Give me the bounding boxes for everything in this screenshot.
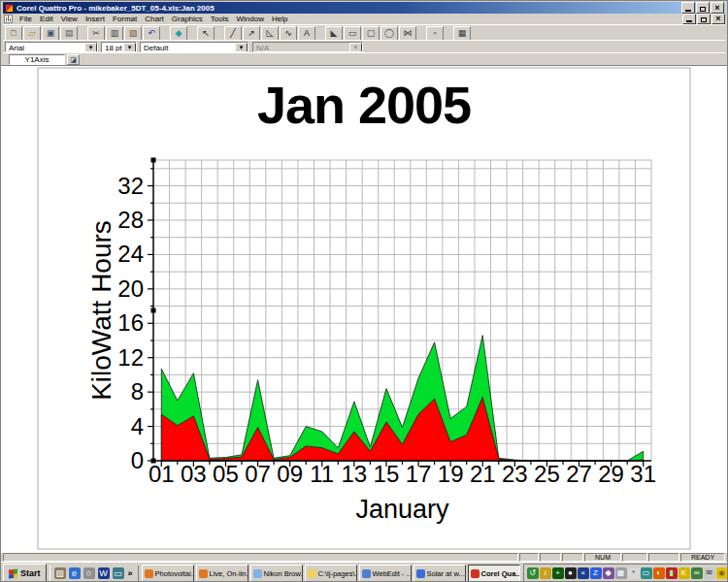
- toolbar-glyph: ⋈: [404, 29, 413, 38]
- line-icon[interactable]: ╱: [224, 26, 242, 41]
- tray-network-icon[interactable]: ×: [578, 567, 589, 579]
- taskbar-task-button[interactable]: Live, On-lin...: [196, 565, 248, 582]
- taskbar: Start ▨e○W▭ » Photovoltai... Live, On-li…: [1, 562, 727, 582]
- menu-item[interactable]: Help: [268, 15, 291, 23]
- show-desktop-icon[interactable]: ▭: [113, 567, 124, 579]
- object-navigate-button[interactable]: ◪: [67, 54, 80, 65]
- status-cell: [3, 553, 518, 562]
- word-icon[interactable]: W: [98, 567, 110, 579]
- tray-monitor-icon[interactable]: ▭: [641, 567, 652, 579]
- restore-button[interactable]: [696, 2, 710, 14]
- quick-launch-overflow-chevron[interactable]: »: [127, 568, 134, 578]
- taskbar-task-button[interactable]: Corel Qua...: [468, 565, 520, 582]
- axis-selection-handle[interactable]: [151, 459, 156, 464]
- tray-antivirus-icon[interactable]: +: [552, 567, 564, 579]
- media-viewer-icon[interactable]: ▨: [54, 567, 66, 579]
- taskbar-task-button[interactable]: Photovoltai...: [142, 565, 194, 582]
- new-icon[interactable]: □: [5, 26, 22, 41]
- tray-key-icon[interactable]: K: [678, 567, 690, 579]
- restore-icon: [700, 7, 706, 12]
- tray-meter-icon[interactable]: ▮: [666, 567, 678, 579]
- font-size-combo[interactable]: 18 pt ▼: [101, 42, 137, 52]
- selected-object-field[interactable]: Y1Axis: [9, 54, 65, 65]
- task-label: Photovoltai...: [155, 569, 194, 578]
- polygon-icon[interactable]: ◣: [325, 26, 343, 41]
- x-tick-label: 29: [598, 461, 624, 487]
- menu-item[interactable]: Format: [109, 15, 141, 23]
- print-icon[interactable]: ▤: [60, 26, 78, 41]
- insert-object-icon[interactable]: ▫: [426, 26, 444, 41]
- paste-icon[interactable]: ▧: [124, 26, 142, 41]
- x-axis-title[interactable]: January: [153, 495, 651, 525]
- tray-display-icon[interactable]: ▦: [615, 567, 627, 579]
- arrow-icon[interactable]: ↗: [243, 26, 260, 41]
- doc-restore-icon: [701, 17, 707, 22]
- style-combo[interactable]: Default ▼: [140, 42, 248, 52]
- menu-item[interactable]: Window: [233, 15, 268, 23]
- undo-icon[interactable]: ↶: [143, 26, 160, 41]
- menu-item[interactable]: Graphics: [168, 15, 207, 23]
- tray-watchdog-icon[interactable]: ●: [565, 567, 577, 579]
- freehand-icon[interactable]: ∿: [280, 26, 297, 41]
- na-combo: N/A ▼: [252, 42, 363, 52]
- tray-mail-icon[interactable]: ✉: [704, 567, 715, 579]
- task-label: Corel Qua...: [481, 569, 520, 578]
- tray-graphics-icon[interactable]: *: [628, 567, 640, 579]
- save-icon[interactable]: ▣: [42, 26, 59, 41]
- freeform-icon[interactable]: ⋈: [399, 26, 416, 41]
- menu-item[interactable]: Chart: [141, 15, 168, 23]
- status-cell: [540, 553, 561, 562]
- tray-cd-icon[interactable]: ◉: [716, 567, 728, 579]
- chart-data-icon[interactable]: ▦: [453, 26, 471, 41]
- dropdown-arrow-icon[interactable]: ▼: [123, 43, 136, 52]
- dropdown-arrow-icon[interactable]: ▼: [84, 43, 97, 52]
- text-tool-icon[interactable]: A: [298, 26, 315, 41]
- tray-messenger-icon[interactable]: Z: [590, 567, 602, 579]
- tray-find-icon[interactable]: ∞: [691, 567, 703, 579]
- taskbar-task-button[interactable]: C:\lj-pages\...: [305, 565, 357, 582]
- font-name-combo[interactable]: Arial ▼: [5, 42, 98, 52]
- doc-close-button[interactable]: ×: [711, 14, 725, 24]
- open-icon[interactable]: ▱: [23, 26, 41, 41]
- tray-scheduler-icon[interactable]: ◆: [603, 567, 614, 579]
- y-tick-label: 20: [117, 275, 144, 302]
- tray-update-icon[interactable]: ↺: [527, 567, 539, 579]
- tray-power-icon[interactable]: ◐: [653, 567, 665, 579]
- ellipse-icon[interactable]: ◯: [381, 26, 398, 41]
- menu-bar: FileEditViewInsertFormatChartGraphicsToo…: [3, 14, 725, 24]
- taskbar-task-button[interactable]: Solar at w...: [414, 565, 466, 582]
- doc-minimize-button[interactable]: [682, 14, 696, 24]
- menu-item[interactable]: Edit: [36, 15, 57, 23]
- cut-icon[interactable]: ✂: [87, 26, 105, 41]
- menu-item[interactable]: File: [16, 15, 36, 23]
- rectangle-icon[interactable]: ▭: [344, 26, 361, 41]
- taskbar-task-button[interactable]: WebEdit - ...: [359, 565, 412, 582]
- menu-item[interactable]: Insert: [82, 15, 109, 23]
- y-axis-title[interactable]: KiloWatt Hours: [86, 147, 117, 473]
- start-button[interactable]: Start: [3, 564, 47, 582]
- pointer-icon[interactable]: ↖: [197, 26, 215, 41]
- axis-selection-handle[interactable]: [151, 308, 156, 313]
- toolbar-glyph: ◯: [384, 29, 394, 38]
- tray-volume-icon[interactable]: ♪: [540, 567, 551, 579]
- menu-item[interactable]: Tools: [207, 15, 233, 23]
- polyline-icon[interactable]: ◺: [261, 26, 279, 41]
- y-tick-label: 24: [117, 241, 144, 267]
- taskbar-task-button[interactable]: Nikon Brow...: [250, 565, 303, 582]
- internet-explorer-icon[interactable]: e: [69, 567, 81, 579]
- quickchart-icon[interactable]: ◆: [170, 26, 187, 41]
- toolbar-glyph: ◺: [267, 29, 274, 38]
- dropdown-arrow-icon[interactable]: ▼: [235, 43, 248, 52]
- task-app-icon: [199, 569, 208, 578]
- minimize-button[interactable]: [681, 2, 695, 14]
- search-icon[interactable]: ○: [83, 567, 95, 579]
- close-button[interactable]: ×: [711, 2, 724, 14]
- menu-item[interactable]: View: [57, 15, 82, 23]
- copy-icon[interactable]: ▥: [106, 26, 123, 41]
- toolbar-glyph: ◆: [176, 29, 182, 38]
- chart-document-icon[interactable]: [4, 15, 13, 23]
- doc-restore-button[interactable]: [697, 14, 711, 24]
- axis-selection-handle[interactable]: [151, 158, 156, 163]
- chart-title[interactable]: Jan 2005: [38, 78, 690, 133]
- rounded-rectangle-icon[interactable]: ▢: [362, 26, 380, 41]
